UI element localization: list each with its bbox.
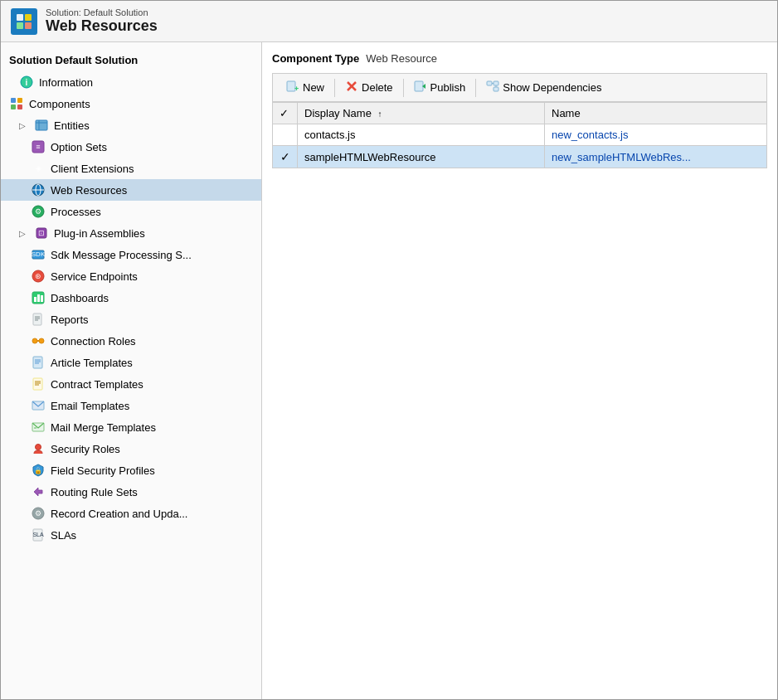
- plugin-expand-arrow: ▷: [19, 229, 29, 238]
- sidebar-item-web-resources[interactable]: Web Resources: [1, 179, 261, 201]
- contract-templates-icon: [31, 377, 46, 391]
- svg-rect-29: [34, 297, 36, 302]
- option-sets-icon: ≡: [31, 139, 46, 154]
- sidebar-item-record-creation[interactable]: ⚙ Record Creation and Upda...: [1, 503, 261, 524]
- delete-button[interactable]: Delete: [337, 77, 401, 98]
- svg-rect-31: [41, 295, 43, 302]
- svg-text:⊡: ⊡: [38, 229, 45, 237]
- sidebar-item-email-templates[interactable]: Email Templates: [1, 395, 261, 416]
- sidebar-item-entities-label: Entities: [54, 119, 90, 132]
- sidebar-item-entities[interactable]: ▷ Entities: [1, 114, 261, 136]
- svg-rect-1: [25, 14, 32, 21]
- client-extensions-icon: ◈: [31, 161, 46, 176]
- mail-merge-templates-icon: [31, 420, 46, 435]
- show-dependencies-button-label: Show Dependencies: [503, 81, 601, 94]
- table-body: contacts.jsnew_contacts.js✓sampleHTMLWeb…: [273, 124, 767, 168]
- sidebar-item-email-templates-label: Email Templates: [51, 400, 129, 412]
- row-system-name[interactable]: new_sampleHTMLWebRes...: [545, 146, 767, 168]
- sidebar-item-security-roles[interactable]: Security Roles: [1, 438, 261, 459]
- svg-text:⚙: ⚙: [35, 509, 41, 518]
- show-dependencies-icon: [486, 80, 499, 95]
- information-icon: i: [19, 75, 34, 90]
- sidebar-item-components[interactable]: Components: [1, 93, 261, 114]
- svg-rect-39: [33, 357, 42, 368]
- sidebar-item-field-security-profiles[interactable]: 🔒 Field Security Profiles: [1, 459, 261, 481]
- svg-text:≡: ≡: [36, 143, 40, 151]
- title-text-group: Solution: Default Solution Web Resources: [46, 7, 158, 35]
- sidebar-item-connection-roles[interactable]: Connection Roles: [1, 330, 261, 352]
- sidebar-item-client-extensions[interactable]: ◈ Client Extensions: [1, 158, 261, 179]
- table-header-row: ✓ Display Name ↑ Name: [273, 103, 767, 124]
- sidebar-item-dashboards[interactable]: Dashboards: [1, 287, 261, 309]
- new-button-label: New: [303, 81, 324, 94]
- sort-arrow: ↑: [378, 109, 382, 119]
- sidebar-item-web-resources-label: Web Resources: [51, 184, 127, 197]
- svg-point-50: [36, 445, 41, 450]
- col-header-display-name[interactable]: Display Name ↑: [298, 103, 545, 124]
- routing-rule-sets-icon: [31, 484, 46, 499]
- svg-rect-43: [33, 378, 42, 390]
- sidebar-item-reports-label: Reports: [51, 314, 89, 326]
- sidebar-item-contract-templates[interactable]: Contract Templates: [1, 373, 261, 395]
- svg-text:i: i: [26, 78, 28, 87]
- delete-button-label: Delete: [362, 81, 393, 94]
- svg-rect-3: [25, 22, 32, 29]
- sidebar-item-processes[interactable]: ⚙ Processes: [1, 201, 261, 222]
- service-endpoints-icon: ⊛: [31, 269, 46, 284]
- sidebar-item-slas[interactable]: SLA SLAs: [1, 524, 261, 546]
- sidebar-item-processes-label: Processes: [51, 206, 101, 218]
- window-icon: [11, 8, 37, 35]
- svg-rect-62: [487, 81, 492, 85]
- table-row[interactable]: ✓sampleHTMLWebResourcenew_sampleHTMLWebR…: [273, 146, 767, 168]
- sidebar-item-slas-label: SLAs: [51, 529, 76, 542]
- sidebar-item-sdk-message[interactable]: SDK Sdk Message Processing S...: [1, 244, 261, 265]
- sidebar-item-information[interactable]: i Information: [1, 71, 261, 93]
- new-icon: +: [286, 80, 299, 95]
- col-header-name[interactable]: Name: [545, 103, 767, 124]
- sidebar-item-service-endpoints[interactable]: ⊛ Service Endpoints: [1, 265, 261, 287]
- email-templates-icon: [31, 398, 46, 413]
- row-system-name[interactable]: new_contacts.js: [545, 124, 767, 146]
- svg-rect-30: [37, 294, 40, 302]
- toolbar: + New Delete Publish: [272, 73, 767, 102]
- row-display-name[interactable]: sampleHTMLWebResource: [298, 146, 545, 168]
- sidebar-item-record-creation-label: Record Creation and Upda...: [51, 508, 187, 520]
- svg-rect-2: [17, 22, 23, 29]
- toolbar-separator-3: [475, 79, 476, 97]
- sidebar-item-contract-templates-label: Contract Templates: [51, 378, 143, 391]
- sidebar-item-connection-roles-label: Connection Roles: [51, 335, 136, 348]
- row-display-name[interactable]: contacts.js: [298, 124, 545, 146]
- svg-rect-10: [36, 120, 47, 130]
- sidebar-item-security-roles-label: Security Roles: [51, 443, 120, 455]
- publish-button[interactable]: Publish: [406, 77, 474, 98]
- new-button[interactable]: + New: [278, 77, 333, 98]
- sidebar-item-option-sets[interactable]: ≡ Option Sets: [1, 136, 261, 158]
- sidebar-item-field-security-profiles-label: Field Security Profiles: [51, 464, 155, 477]
- table-row[interactable]: contacts.jsnew_contacts.js: [273, 124, 767, 146]
- data-table: ✓ Display Name ↑ Name contacts.jsnew_con…: [272, 102, 767, 168]
- slas-icon: SLA: [31, 527, 46, 542]
- delete-icon: [345, 80, 358, 95]
- svg-rect-8: [11, 105, 16, 109]
- sdk-message-icon: SDK: [31, 247, 46, 262]
- entities-expand-arrow: ▷: [19, 121, 29, 130]
- main-window: Solution: Default Solution Web Resources…: [0, 0, 778, 700]
- sidebar-item-dashboards-label: Dashboards: [51, 292, 109, 304]
- dashboards-icon: [31, 290, 46, 305]
- sidebar-item-article-templates-label: Article Templates: [51, 357, 133, 369]
- col-header-check: ✓: [273, 103, 298, 124]
- web-resources-icon: [31, 182, 46, 197]
- component-type-label: Component Type: [272, 52, 359, 65]
- svg-rect-9: [17, 105, 22, 109]
- sidebar: Solution Default Solution i Information: [1, 42, 262, 699]
- sidebar-item-reports[interactable]: Reports: [1, 309, 261, 330]
- sidebar-item-plugin-assemblies[interactable]: ▷ ⊡ Plug-in Assemblies: [1, 222, 261, 244]
- title-main: Web Resources: [46, 17, 158, 35]
- sidebar-item-mail-merge-templates[interactable]: Mail Merge Templates: [1, 416, 261, 438]
- svg-text:+: +: [294, 85, 299, 93]
- sidebar-item-routing-rule-sets[interactable]: Routing Rule Sets: [1, 481, 261, 503]
- sidebar-item-article-templates[interactable]: Article Templates: [1, 352, 261, 373]
- show-dependencies-button[interactable]: Show Dependencies: [478, 77, 610, 98]
- svg-rect-63: [494, 81, 498, 85]
- component-type-bar: Component Type Web Resource: [272, 52, 767, 65]
